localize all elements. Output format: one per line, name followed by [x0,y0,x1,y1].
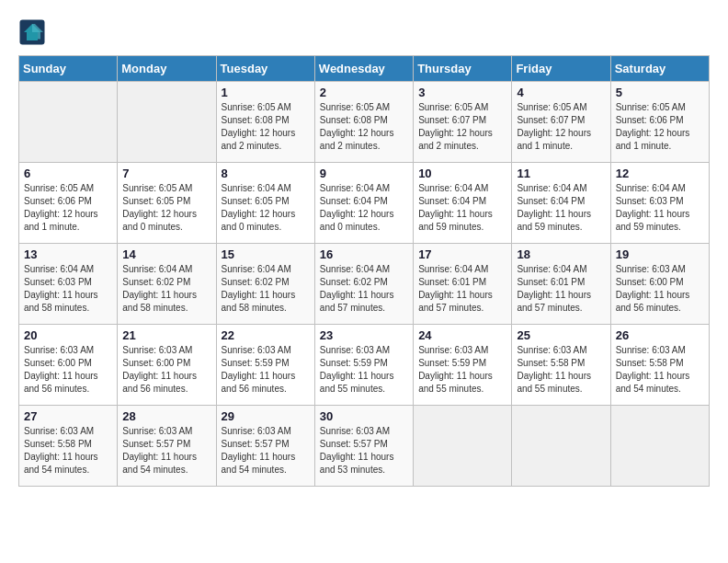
calendar-cell: 22Sunrise: 6:03 AM Sunset: 5:59 PM Dayli… [216,325,314,406]
day-number: 1 [222,86,310,99]
day-number: 24 [418,328,506,342]
day-info: Sunrise: 6:03 AM Sunset: 5:58 PM Dayligh… [517,344,605,396]
calendar-cell: 4Sunrise: 6:05 AM Sunset: 6:07 PM Daylig… [512,82,610,163]
calendar-table: SundayMondayTuesdayWednesdayThursdayFrid… [18,55,710,487]
day-info: Sunrise: 6:04 AM Sunset: 6:01 PM Dayligh… [418,263,506,315]
day-number: 16 [320,247,408,261]
calendar-cell: 6Sunrise: 6:05 AM Sunset: 6:06 PM Daylig… [19,163,118,244]
calendar-cell [414,406,512,487]
day-number: 17 [418,247,506,261]
day-info: Sunrise: 6:03 AM Sunset: 6:00 PM Dayligh… [122,344,210,396]
day-info: Sunrise: 6:05 AM Sunset: 6:06 PM Dayligh… [24,182,112,234]
calendar-week-row: 6Sunrise: 6:05 AM Sunset: 6:06 PM Daylig… [19,163,710,244]
day-info: Sunrise: 6:03 AM Sunset: 5:58 PM Dayligh… [616,344,704,396]
day-number: 4 [517,86,605,99]
calendar-cell [512,406,610,487]
calendar-cell: 15Sunrise: 6:04 AM Sunset: 6:02 PM Dayli… [216,244,314,325]
weekday-header-row: SundayMondayTuesdayWednesdayThursdayFrid… [19,56,710,82]
day-number: 12 [616,167,704,180]
day-info: Sunrise: 6:03 AM Sunset: 5:57 PM Dayligh… [122,425,210,477]
calendar-cell: 28Sunrise: 6:03 AM Sunset: 5:57 PM Dayli… [118,406,216,487]
day-number: 5 [616,86,704,99]
day-number: 29 [222,409,310,423]
calendar-cell: 10Sunrise: 6:04 AM Sunset: 6:04 PM Dayli… [414,163,512,244]
calendar-cell: 12Sunrise: 6:04 AM Sunset: 6:03 PM Dayli… [610,163,709,244]
day-info: Sunrise: 6:04 AM Sunset: 6:03 PM Dayligh… [24,263,112,315]
day-number: 8 [222,167,310,180]
calendar-week-row: 27Sunrise: 6:03 AM Sunset: 5:58 PM Dayli… [19,406,710,487]
day-info: Sunrise: 6:04 AM Sunset: 6:02 PM Dayligh… [122,263,210,315]
day-info: Sunrise: 6:05 AM Sunset: 6:08 PM Dayligh… [222,101,310,153]
day-info: Sunrise: 6:05 AM Sunset: 6:05 PM Dayligh… [122,182,210,234]
day-info: Sunrise: 6:03 AM Sunset: 5:59 PM Dayligh… [320,344,408,396]
calendar-week-row: 20Sunrise: 6:03 AM Sunset: 6:00 PM Dayli… [19,325,710,406]
calendar-cell [610,406,709,487]
day-info: Sunrise: 6:04 AM Sunset: 6:03 PM Dayligh… [616,182,704,234]
calendar-cell: 9Sunrise: 6:04 AM Sunset: 6:04 PM Daylig… [314,163,413,244]
calendar-cell [19,82,118,163]
day-number: 23 [320,328,408,342]
calendar-cell: 11Sunrise: 6:04 AM Sunset: 6:04 PM Dayli… [512,163,610,244]
day-number: 22 [222,328,310,342]
calendar-cell: 2Sunrise: 6:05 AM Sunset: 6:08 PM Daylig… [314,82,413,163]
day-info: Sunrise: 6:04 AM Sunset: 6:04 PM Dayligh… [517,182,605,234]
day-number: 18 [517,247,605,261]
day-number: 3 [418,86,506,99]
day-number: 9 [320,167,408,180]
weekday-header: Friday [512,56,610,82]
calendar-cell: 1Sunrise: 6:05 AM Sunset: 6:08 PM Daylig… [216,82,314,163]
day-info: Sunrise: 6:05 AM Sunset: 6:07 PM Dayligh… [418,101,506,153]
calendar-cell: 23Sunrise: 6:03 AM Sunset: 5:59 PM Dayli… [314,325,413,406]
day-info: Sunrise: 6:05 AM Sunset: 6:07 PM Dayligh… [517,101,605,153]
logo [18,18,50,46]
day-number: 15 [222,247,310,261]
calendar-cell: 13Sunrise: 6:04 AM Sunset: 6:03 PM Dayli… [19,244,118,325]
calendar-cell: 19Sunrise: 6:03 AM Sunset: 6:00 PM Dayli… [610,244,709,325]
day-info: Sunrise: 6:05 AM Sunset: 6:08 PM Dayligh… [320,101,408,153]
calendar-cell: 16Sunrise: 6:04 AM Sunset: 6:02 PM Dayli… [314,244,413,325]
weekday-header: Monday [118,56,216,82]
day-info: Sunrise: 6:03 AM Sunset: 5:59 PM Dayligh… [418,344,506,396]
weekday-header: Wednesday [314,56,413,82]
day-info: Sunrise: 6:05 AM Sunset: 6:06 PM Dayligh… [616,101,704,153]
day-info: Sunrise: 6:03 AM Sunset: 6:00 PM Dayligh… [24,344,112,396]
day-info: Sunrise: 6:03 AM Sunset: 5:57 PM Dayligh… [320,425,408,477]
day-info: Sunrise: 6:03 AM Sunset: 5:57 PM Dayligh… [222,425,310,477]
calendar-cell: 5Sunrise: 6:05 AM Sunset: 6:06 PM Daylig… [610,82,709,163]
calendar-week-row: 1Sunrise: 6:05 AM Sunset: 6:08 PM Daylig… [19,82,710,163]
page-header [18,18,710,46]
calendar-cell: 7Sunrise: 6:05 AM Sunset: 6:05 PM Daylig… [118,163,216,244]
calendar-cell: 30Sunrise: 6:03 AM Sunset: 5:57 PM Dayli… [314,406,413,487]
calendar-cell: 25Sunrise: 6:03 AM Sunset: 5:58 PM Dayli… [512,325,610,406]
weekday-header: Sunday [19,56,118,82]
calendar-cell: 17Sunrise: 6:04 AM Sunset: 6:01 PM Dayli… [414,244,512,325]
day-number: 28 [122,409,210,423]
day-number: 6 [24,167,112,180]
day-number: 2 [320,86,408,99]
calendar-cell [118,82,216,163]
day-number: 30 [320,409,408,423]
logo-icon [18,18,46,46]
day-number: 11 [517,167,605,180]
weekday-header: Saturday [610,56,709,82]
day-info: Sunrise: 6:04 AM Sunset: 6:01 PM Dayligh… [517,263,605,315]
calendar-cell: 14Sunrise: 6:04 AM Sunset: 6:02 PM Dayli… [118,244,216,325]
calendar-cell: 29Sunrise: 6:03 AM Sunset: 5:57 PM Dayli… [216,406,314,487]
calendar-cell: 8Sunrise: 6:04 AM Sunset: 6:05 PM Daylig… [216,163,314,244]
day-number: 26 [616,328,704,342]
day-number: 13 [24,247,112,261]
weekday-header: Thursday [414,56,512,82]
day-info: Sunrise: 6:04 AM Sunset: 6:05 PM Dayligh… [222,182,310,234]
calendar-cell: 24Sunrise: 6:03 AM Sunset: 5:59 PM Dayli… [414,325,512,406]
day-info: Sunrise: 6:04 AM Sunset: 6:04 PM Dayligh… [418,182,506,234]
calendar-week-row: 13Sunrise: 6:04 AM Sunset: 6:03 PM Dayli… [19,244,710,325]
calendar-cell: 27Sunrise: 6:03 AM Sunset: 5:58 PM Dayli… [19,406,118,487]
day-number: 20 [24,328,112,342]
day-info: Sunrise: 6:03 AM Sunset: 5:58 PM Dayligh… [24,425,112,477]
day-number: 14 [122,247,210,261]
day-number: 21 [122,328,210,342]
day-info: Sunrise: 6:03 AM Sunset: 6:00 PM Dayligh… [616,263,704,315]
day-info: Sunrise: 6:04 AM Sunset: 6:02 PM Dayligh… [222,263,310,315]
day-info: Sunrise: 6:04 AM Sunset: 6:02 PM Dayligh… [320,263,408,315]
calendar-cell: 21Sunrise: 6:03 AM Sunset: 6:00 PM Dayli… [118,325,216,406]
